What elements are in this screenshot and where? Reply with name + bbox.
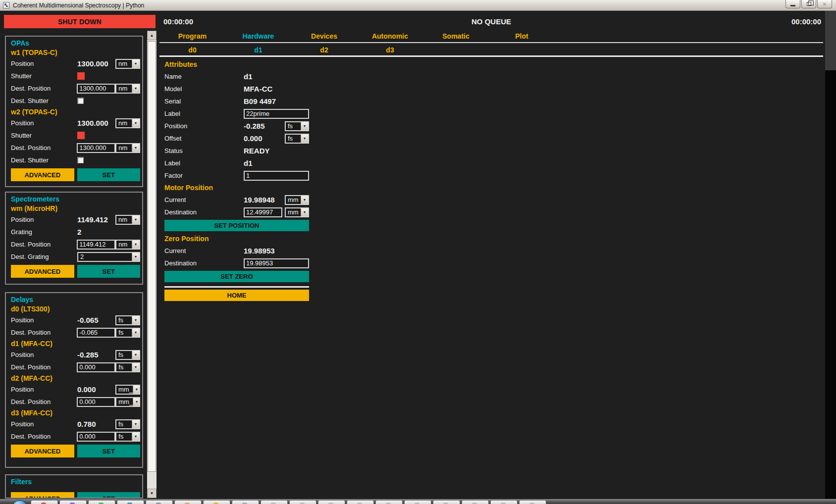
taskbar-app-button[interactable] (375, 500, 403, 504)
motor-destination-units-select[interactable]: mm ▼ (285, 207, 309, 217)
tab-program[interactable]: Program (159, 31, 225, 42)
wm-dest-units-select[interactable]: nm ▼ (115, 240, 140, 250)
tab-autonomic[interactable]: Autonomic (357, 31, 423, 42)
tab-plot[interactable]: Plot (489, 31, 555, 42)
d2-dest-units-select[interactable]: mm_ ▼ (115, 397, 140, 407)
minimize-button[interactable] (785, 0, 800, 8)
d1-position-units-select[interactable]: fs ▼ (115, 350, 140, 360)
wm-dest-position-input[interactable] (77, 240, 115, 250)
opas-set-button[interactable]: SET (77, 168, 141, 181)
serial-label: Serial (164, 98, 244, 105)
tab-hardware[interactable]: Hardware (225, 31, 291, 42)
set-position-button[interactable]: SET POSITION (164, 220, 309, 231)
label-input[interactable] (244, 109, 309, 119)
d1-dest-units-select[interactable]: fs ▼ (115, 362, 140, 372)
taskbar-app-button[interactable] (59, 500, 87, 504)
dest-position-label: Dest. Position (11, 398, 77, 405)
position-label: Position (11, 216, 77, 223)
wm-position-units-select[interactable]: nm ▼ (115, 215, 140, 225)
taskbar-app-button[interactable] (117, 500, 144, 504)
d2-dest-position-input[interactable] (77, 397, 115, 407)
delays-advanced-button[interactable]: ADVANCED (11, 445, 74, 457)
position-label: Position (11, 386, 77, 393)
w1-dest-position-input[interactable] (77, 84, 115, 94)
d3-dest-position-input[interactable] (77, 432, 115, 442)
tab-d0[interactable]: d0 (159, 45, 225, 55)
motor-current-units-select[interactable]: mm ▼ (285, 195, 309, 205)
tab-d1[interactable]: d1 (225, 45, 291, 55)
spectrometers-advanced-button[interactable]: ADVANCED (11, 265, 74, 278)
taskbar-app-button[interactable] (88, 500, 115, 504)
home-button[interactable]: HOME (164, 290, 309, 301)
dest-position-label: Dest. Position (11, 363, 77, 371)
offset-units-select[interactable]: fs ▼ (285, 134, 309, 144)
units-value: fs (118, 316, 123, 324)
taskbar-app-button[interactable] (289, 500, 316, 504)
taskbar-app-button[interactable] (174, 500, 202, 504)
d2-position-value: 0.000 (77, 385, 96, 394)
d0-dest-units-select[interactable]: fs ▼ (115, 328, 140, 338)
taskbar-app-button[interactable] (404, 500, 431, 504)
d0-position-units-select[interactable]: fs ▼ (115, 315, 140, 325)
tab-d2[interactable]: d2 (291, 45, 357, 55)
taskbar-app-button[interactable] (462, 500, 489, 504)
taskbar-app-button[interactable] (433, 500, 460, 504)
taskbar-app-button[interactable] (347, 500, 374, 504)
close-button[interactable]: ✕ (817, 0, 832, 8)
chevron-down-icon: ▼ (301, 208, 308, 216)
w2-position-units-select[interactable]: nm ▼ (115, 118, 140, 128)
close-icon: ✕ (823, 1, 827, 7)
w1-dest-units-select[interactable]: nm ▼ (115, 84, 140, 94)
taskbar-app-button[interactable] (31, 500, 58, 504)
d0-dest-position-input[interactable] (77, 328, 115, 338)
main-tab-bar: Program Hardware Devices Autonomic Somat… (159, 31, 556, 42)
zero-destination-input[interactable] (244, 258, 309, 268)
taskbar-app-button[interactable] (490, 500, 518, 504)
spectrometers-set-button[interactable]: SET (77, 265, 141, 278)
wm-position-value: 1149.412 (77, 215, 108, 224)
delays-set-button[interactable]: SET (77, 445, 141, 457)
taskbar-app-button[interactable] (261, 500, 288, 504)
motor-destination-input[interactable] (244, 207, 282, 217)
w1-dest-shutter-checkbox[interactable] (77, 98, 84, 104)
d3-dest-units-select[interactable]: fs ▼ (115, 432, 140, 442)
chevron-down-icon: ▼ (132, 241, 139, 249)
tab-devices[interactable]: Devices (291, 31, 357, 42)
w1-position-units-select[interactable]: nm ▼ (115, 59, 140, 69)
w1-position-value: 1300.000 (77, 59, 108, 68)
taskbar-app-button[interactable] (146, 500, 173, 504)
wm-dest-grating-select[interactable]: 2 ▼ (77, 252, 140, 262)
sidebar-scrollbar[interactable]: ▲ ▼ (147, 31, 157, 498)
chevron-down-icon: ▼ (132, 144, 139, 152)
desktop-edge (825, 70, 836, 499)
d2-position-units-select[interactable]: mm_ ▼ (115, 385, 140, 395)
filters-set-button[interactable]: SET (77, 492, 141, 499)
d1-dest-position-input[interactable] (77, 362, 115, 372)
model-label: Model (164, 85, 244, 93)
taskbar-app-button[interactable] (203, 500, 230, 504)
start-button[interactable] (12, 500, 28, 504)
factor-input[interactable] (244, 171, 309, 181)
opas-advanced-button[interactable]: ADVANCED (11, 168, 74, 181)
taskbar-app-button[interactable] (232, 500, 259, 504)
set-zero-button[interactable]: SET ZERO (164, 271, 309, 282)
tab-d3[interactable]: d3 (357, 45, 423, 55)
w2-dest-position-input[interactable] (77, 143, 115, 153)
units-value: fs (288, 135, 293, 142)
scroll-down-button[interactable]: ▼ (147, 489, 157, 498)
destination-label: Destination (164, 208, 244, 216)
position-units-select[interactable]: fs ▼ (285, 121, 309, 131)
shut-down-button[interactable]: SHUT DOWN (4, 15, 156, 28)
w2-dest-units-select[interactable]: nm ▼ (115, 143, 140, 153)
filters-advanced-button[interactable]: ADVANCED (11, 492, 74, 499)
scrollbar-thumb[interactable] (148, 41, 156, 472)
taskbar-app-button[interactable] (318, 500, 345, 504)
label2-value: d1 (244, 159, 253, 167)
taskbar-app-button[interactable] (519, 500, 546, 504)
tab-somatic[interactable]: Somatic (423, 31, 489, 42)
scroll-up-button[interactable]: ▲ (147, 31, 157, 40)
restore-button[interactable] (801, 0, 816, 8)
w2-dest-shutter-checkbox[interactable] (77, 157, 84, 163)
d3-position-units-select[interactable]: fs ▼ (115, 419, 140, 429)
chevron-down-icon: ▼ (132, 363, 139, 371)
